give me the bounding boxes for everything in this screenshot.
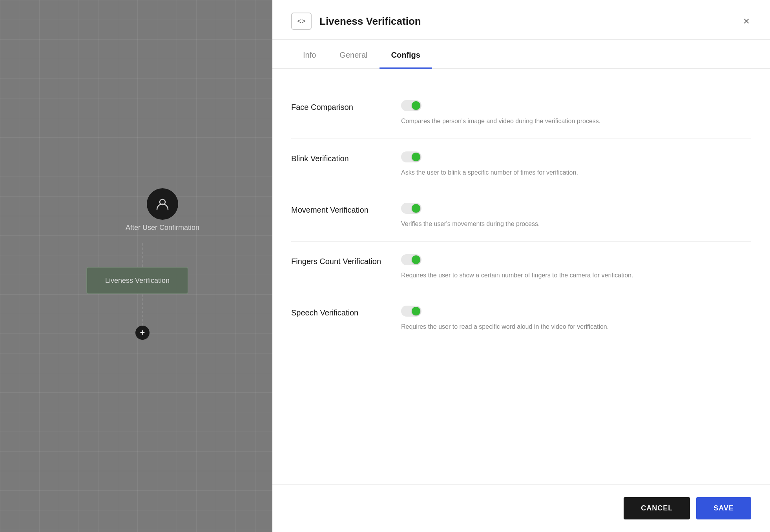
panel-content: Face Comparison Compares the person's im… (272, 69, 770, 484)
panel-title: Liveness Verification (319, 15, 421, 27)
speech-verification-right: Requires the user to read a specific wor… (401, 306, 751, 332)
speech-verification-description: Requires the user to read a specific wor… (401, 322, 751, 332)
connector-top (142, 243, 143, 267)
code-icon-box: <> (291, 13, 312, 30)
tab-general[interactable]: General (328, 40, 379, 69)
user-avatar (147, 188, 178, 220)
blink-verification-right: Asks the user to blink a specific number… (401, 151, 751, 177)
blink-verification-toggle[interactable] (401, 151, 421, 162)
config-row-face-comparison: Face Comparison Compares the person's im… (291, 87, 751, 139)
blink-verification-label: Blink Verification (291, 151, 385, 164)
tab-configs[interactable]: Configs (380, 40, 432, 69)
code-icon: <> (297, 17, 305, 26)
movement-verification-label: Movement Verification (291, 203, 385, 215)
speech-verification-toggle[interactable] (401, 306, 421, 317)
config-row-blink-verification: Blink Verification Asks the user to blin… (291, 139, 751, 190)
tab-info[interactable]: Info (291, 40, 328, 69)
user-node: After User Confirmation (126, 188, 199, 232)
user-node-label: After User Confirmation (126, 224, 199, 232)
face-comparison-toggle[interactable] (401, 100, 421, 111)
panel-header: <> Liveness Verification × (272, 0, 770, 40)
face-comparison-label: Face Comparison (291, 100, 385, 113)
panel-footer: CANCEL SAVE (272, 484, 770, 532)
fingers-count-verification-toggle[interactable] (401, 254, 421, 265)
config-row-movement-verification: Movement Verification Verifies the user'… (291, 190, 751, 242)
fingers-count-verification-label: Fingers Count Verification (291, 254, 385, 267)
fingers-count-verification-description: Requires the user to show a certain numb… (401, 271, 751, 280)
face-comparison-right: Compares the person's image and video du… (401, 100, 751, 126)
close-button[interactable]: × (742, 14, 751, 28)
fingers-count-verification-right: Requires the user to show a certain numb… (401, 254, 751, 280)
header-left: <> Liveness Verification (291, 13, 421, 30)
config-row-fingers-count-verification: Fingers Count Verification Requires the … (291, 242, 751, 293)
add-node-button[interactable]: + (135, 326, 150, 340)
movement-verification-toggle[interactable] (401, 203, 421, 214)
save-button[interactable]: SAVE (696, 497, 751, 519)
movement-verification-right: Verifies the user's movements during the… (401, 203, 751, 229)
liveness-node[interactable]: Liveness Verification (86, 267, 188, 294)
settings-panel: <> Liveness Verification × Info General … (272, 0, 770, 532)
user-icon (155, 197, 170, 211)
cancel-button[interactable]: CANCEL (624, 497, 690, 519)
connector-bottom (142, 294, 143, 326)
face-comparison-description: Compares the person's image and video du… (401, 117, 751, 126)
tabs-row: Info General Configs (272, 40, 770, 69)
blink-verification-description: Asks the user to blink a specific number… (401, 168, 751, 177)
canvas-area: After User Confirmation Liveness Verific… (0, 0, 272, 532)
config-row-speech-verification: Speech Verification Requires the user to… (291, 293, 751, 344)
movement-verification-description: Verifies the user's movements during the… (401, 219, 751, 229)
speech-verification-label: Speech Verification (291, 306, 385, 318)
